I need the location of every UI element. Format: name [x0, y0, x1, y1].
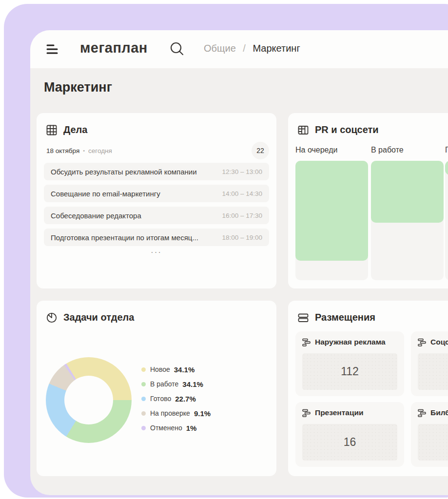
task-row[interactable]: Собеседование редактора 16:00 – 17:30: [44, 207, 269, 224]
placement-tile-label: Наружная реклама: [315, 338, 386, 346]
placement-tile-value: 16: [302, 424, 397, 461]
deals-date-row: 18 октября • сегодня 22: [46, 142, 269, 159]
task-title: Подготовка презентации по итогам месяц..…: [51, 233, 198, 242]
donut-chart: [46, 357, 132, 443]
placement-tile[interactable]: Билб: [411, 402, 448, 467]
placement-tile-header: Наружная реклама: [295, 331, 404, 346]
legend-dot: [141, 426, 146, 430]
top-bar: мегаплан Общие / Маркетинг: [30, 30, 448, 68]
legend-item: В работе 34.1%: [141, 377, 211, 391]
task-time: 12:30 – 13:00: [222, 168, 262, 175]
legend-value: 22.7%: [175, 395, 196, 403]
task-time: 18:00 – 19:00: [222, 234, 262, 241]
tasks-card-header: Задачи отдела: [37, 301, 276, 323]
legend-label: В работе: [150, 380, 178, 388]
kanban-column-label: На очереди: [295, 146, 337, 154]
placement-tile-header: Билб: [411, 402, 448, 417]
kanban-column: [445, 161, 448, 280]
pr-card-title: PR и соцсети: [315, 124, 379, 135]
legend-item: Новое 34.1%: [141, 362, 211, 377]
legend-dot: [141, 411, 146, 416]
legend-item: На проверке 9.1%: [141, 406, 211, 421]
tasks-card: Задачи отдела Новое 34.1% В работе 34.1%…: [37, 301, 276, 476]
legend-value: 1%: [186, 424, 197, 432]
placement-tile-header: Соцс: [411, 331, 448, 346]
legend-label: Новое: [150, 365, 170, 373]
kanban-column: [295, 161, 368, 280]
placement-tile-value: [418, 353, 448, 390]
breadcrumb: Общие / Маркетинг: [204, 43, 300, 54]
legend-item: Отменено 1%: [141, 421, 211, 435]
search-icon[interactable]: [169, 41, 185, 57]
gantt-icon: [418, 409, 426, 417]
task-time: 16:00 – 17:30: [222, 212, 262, 219]
placement-tile-value: 112: [302, 353, 397, 390]
pr-card: PR и соцсети На очереди В работе П: [288, 113, 448, 288]
deals-card: Дела 18 октября • сегодня 22 Обсудить ре…: [37, 113, 276, 288]
task-time: 14:00 – 14:30: [222, 190, 262, 197]
deals-date: 18 октября: [46, 147, 79, 154]
legend-value: 9.1%: [194, 409, 211, 418]
legend-label: Готово: [150, 395, 171, 403]
kanban-card[interactable]: [371, 161, 444, 223]
date-dot: •: [83, 148, 85, 154]
placement-tile-header: Презентации: [295, 402, 404, 417]
breadcrumb-parent[interactable]: Общие: [204, 43, 236, 54]
kanban-column-label: В работе: [371, 146, 404, 154]
legend-label: Отменено: [150, 424, 182, 432]
deals-count-badge: 22: [252, 142, 269, 159]
deals-card-title: Дела: [63, 124, 87, 135]
placements-card-header: Размещения: [288, 301, 448, 323]
kanban-column: [371, 161, 444, 280]
pr-card-header: PR и соцсети: [288, 113, 448, 135]
app-logo[interactable]: мегаплан: [80, 40, 148, 56]
task-row[interactable]: Совещание по email-маркетингу 14:00 – 14…: [44, 185, 269, 202]
legend-label: На проверке: [150, 409, 190, 417]
breadcrumb-current: Маркетинг: [253, 43, 300, 54]
legend-dot: [141, 382, 146, 386]
legend-value: 34.1%: [182, 380, 203, 388]
placement-tile[interactable]: Презентации 16: [295, 402, 404, 467]
chart-legend: Новое 34.1% В работе 34.1% Готово 22.7% …: [141, 362, 211, 435]
task-row[interactable]: Обсудить результаты рекламной компании 1…: [44, 163, 269, 180]
kanban-card[interactable]: [295, 161, 368, 261]
grid-icon: [46, 125, 57, 135]
deals-card-header: Дела: [37, 113, 276, 135]
placement-tile-label: Соцс: [430, 338, 448, 346]
legend-dot: [141, 367, 146, 372]
task-title: Совещание по email-маркетингу: [51, 190, 160, 198]
task-title: Обсудить результаты рекламной компании: [51, 168, 197, 176]
placement-tile[interactable]: Наружная реклама 112: [295, 331, 404, 396]
pie-chart-icon: [46, 312, 57, 323]
gantt-icon: [302, 338, 311, 346]
placement-tile-label: Билб: [430, 408, 448, 417]
placement-tile[interactable]: Соцс: [411, 331, 448, 396]
legend-value: 34.1%: [174, 365, 195, 374]
tasks-card-title: Задачи отдела: [63, 312, 134, 323]
kanban-icon: [298, 125, 309, 135]
placement-tile-label: Презентации: [315, 408, 364, 417]
placements-card-title: Размещения: [315, 312, 375, 323]
deals-date-note: сегодня: [88, 147, 112, 154]
kanban-column-label: П: [445, 146, 448, 154]
legend-item: Готово 22.7%: [141, 391, 211, 406]
show-more-ellipsis[interactable]: ...: [37, 246, 276, 255]
task-title: Собеседование редактора: [51, 211, 141, 220]
app-window: мегаплан Общие / Маркетинг Маркетинг Дел…: [30, 30, 448, 495]
placement-tile-value: [418, 424, 448, 461]
gantt-icon: [302, 409, 311, 417]
kanban-card[interactable]: [445, 161, 448, 175]
deals-list: Обсудить результаты рекламной компании 1…: [44, 163, 269, 250]
legend-dot: [141, 397, 146, 401]
task-row[interactable]: Подготовка презентации по итогам месяц..…: [44, 229, 269, 246]
page-title: Маркетинг: [44, 80, 112, 95]
gantt-icon: [418, 338, 426, 346]
breadcrumb-separator: /: [243, 43, 246, 54]
rows-icon: [298, 312, 309, 323]
placements-card: Размещения Наружная реклама 112: [288, 301, 448, 476]
menu-icon[interactable]: [46, 44, 58, 55]
